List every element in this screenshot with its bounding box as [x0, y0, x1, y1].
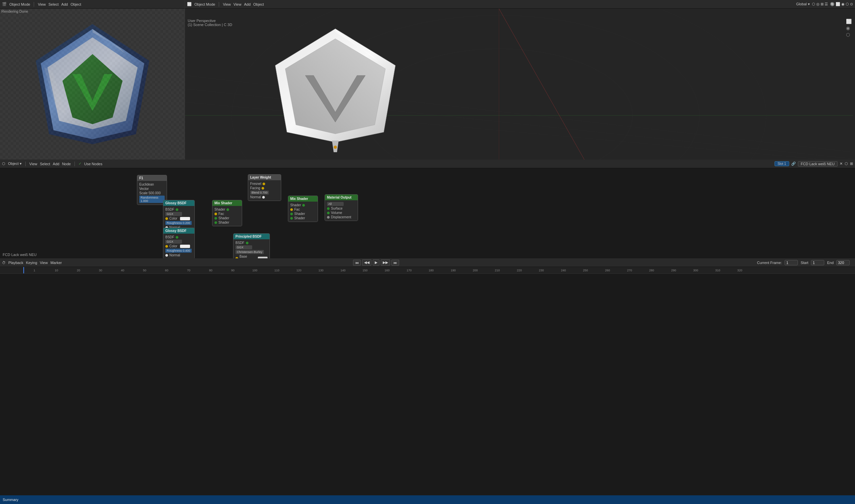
material-icon2[interactable]: ⊞ — [850, 162, 853, 166]
transport-next-frame[interactable]: ▶▶ — [381, 259, 390, 266]
render-select[interactable]: Select — [49, 2, 59, 6]
viewport-3d-object — [252, 22, 419, 156]
viewport-shield-svg — [252, 22, 419, 156]
shader-object-dropdown[interactable]: Object ▾ — [8, 162, 22, 166]
ms2-shader-out-socket — [302, 204, 305, 206]
overlay-icon-2[interactable]: ◉ — [846, 25, 852, 31]
ruler-mark-200: 200 — [464, 269, 486, 272]
shader-node[interactable]: Node — [62, 162, 71, 166]
timeline-playhead[interactable] — [23, 267, 24, 273]
render-view[interactable]: View — [38, 2, 46, 6]
transport-jump-end[interactable]: ⏭ — [391, 260, 399, 266]
node-texture-coord[interactable]: F1 Euclidean Vector Scale 500.000 Random… — [137, 175, 167, 205]
g2-bsdf: BSDF — [165, 235, 174, 239]
ruler-mark-300: 300 — [685, 269, 707, 272]
end-frame-input[interactable]: 320 — [836, 260, 850, 265]
viewport-object[interactable]: Object — [253, 2, 264, 6]
g1-ggx[interactable]: GGX — [165, 212, 182, 216]
node-mix-shader-1-body: Shader Fac Shader Shader — [212, 206, 242, 226]
render-object-mode[interactable]: Object Mode — [10, 2, 30, 6]
material-name[interactable]: FCD Lack weiß NEU — [798, 161, 838, 166]
timeline-playback[interactable]: Playback — [8, 261, 23, 265]
ms1-shader2: Shader — [219, 221, 229, 224]
node-material-output[interactable]: Material Output All Surface Volume Displ… — [325, 194, 358, 221]
shader-select[interactable]: Select — [40, 162, 50, 166]
g1-bsdf-socket — [176, 208, 178, 211]
render-topbar: 🎬 Object Mode View Select Add Object — [0, 0, 185, 9]
slot-link-icon: 🔗 — [791, 162, 796, 166]
ruler-mark-60: 60 — [156, 269, 178, 272]
viewport-global-mode[interactable]: Global ▾ — [796, 2, 810, 6]
viewport-view[interactable]: View — [223, 2, 231, 6]
tc-randomness[interactable]: Randomness 1.000 — [139, 196, 165, 203]
summary-bar: Summary — [0, 495, 855, 504]
node-mix-shader-1[interactable]: Mix Shader Shader Fac Shader Shader — [212, 200, 242, 226]
transport-jump-start[interactable]: ⏮ — [353, 260, 361, 266]
ms1-shader-out: Shader — [214, 208, 225, 211]
render-object[interactable]: Object — [70, 2, 81, 6]
node-texture-coord-body: Euclidean Vector Scale 500.000 Randomnes… — [137, 181, 167, 204]
mo-surface-socket — [327, 207, 330, 210]
g1-roughness[interactable]: Roughness 0.200 — [165, 221, 192, 225]
viewport-display-icons: 🔘 ⬜ ◉ ⬡ ⊙ — [830, 2, 853, 6]
slot-dropdown[interactable]: Slot 1 — [774, 161, 789, 166]
ruler-mark-120: 120 — [288, 269, 310, 272]
ruler-mark-110: 110 — [266, 269, 288, 272]
node-principled-bsdf[interactable]: Principled BSDF BSDF GGX Christensen-Bur… — [233, 233, 270, 258]
overlay-icon-1[interactable]: ⬜ — [846, 19, 852, 24]
shader-view[interactable]: View — [29, 162, 37, 166]
node-glossy-2[interactable]: Glossy BSDF BSDF GGX Color Roughness 0.4… — [163, 228, 195, 258]
lw-blend[interactable]: Blend 0.700 — [250, 191, 269, 195]
material-icon1[interactable]: ⬡ — [845, 162, 848, 166]
viewport-select[interactable]: View — [233, 2, 242, 6]
top-section: 🎬 Object Mode View Select Add Object — [0, 0, 855, 160]
lw-facing: Facing — [250, 186, 260, 190]
use-nodes-check[interactable]: ✓ — [78, 162, 82, 166]
timeline-marker[interactable]: Marker — [50, 261, 62, 265]
mo-volume-socket — [327, 212, 330, 214]
tc-euclidean: Euclidean — [139, 183, 154, 186]
transport-prev-frame[interactable]: ◀◀ — [362, 259, 371, 266]
start-frame-input[interactable]: 1 — [811, 260, 824, 265]
ruler-mark-220: 220 — [508, 269, 530, 272]
node-glossy-2-header: Glossy BSDF — [163, 228, 194, 234]
viewport-icons: ⬡ ◎ ⊞ ☰ — [812, 2, 828, 6]
pb-ggx[interactable]: GGX — [235, 245, 252, 249]
shader-canvas[interactable]: F1 Euclidean Vector Scale 500.000 Random… — [0, 168, 855, 258]
overlay-icon-3[interactable]: ⬡ — [846, 32, 852, 37]
viewport-perspective: User Perspective — [188, 19, 232, 23]
end-label: End — [827, 261, 834, 265]
node-mix-shader-2[interactable]: Mix Shader Shader Fac Shader Shader — [288, 196, 318, 222]
timeline-topbar: ⏱ Playback Keying View Marker ⏮ ◀◀ ▶ ▶▶ … — [0, 258, 855, 267]
transport-play[interactable]: ▶ — [373, 259, 379, 266]
g2-roughness[interactable]: Roughness 0.400 — [165, 249, 192, 253]
timeline-keying[interactable]: Keying — [26, 261, 37, 265]
material-close[interactable]: ✕ — [840, 162, 843, 166]
node-principled-header: Principled BSDF — [233, 234, 269, 239]
timeline-tracks[interactable] — [0, 274, 855, 495]
ruler-mark-240: 240 — [553, 269, 574, 272]
node-layer-weight[interactable]: Layer Weight Fresnel Facing Blend 0.700 … — [248, 174, 281, 201]
g2-ggx[interactable]: GGX — [165, 240, 182, 244]
ruler-mark-250: 250 — [574, 269, 596, 272]
node-glossy-1-header: Glossy BSDF — [163, 200, 194, 206]
mo-all[interactable]: All — [327, 202, 344, 206]
render-add[interactable]: Add — [62, 2, 68, 6]
timeline-section: ⏱ Playback Keying View Marker ⏮ ◀◀ ▶ ▶▶ … — [0, 258, 855, 504]
node-glossy-1[interactable]: Glossy BSDF BSDF GGX Color Roughness 0.2… — [163, 200, 195, 231]
g2-color-socket — [165, 245, 168, 248]
node-mix-shader-1-header: Mix Shader — [212, 200, 242, 206]
g2-normal: Normal — [169, 253, 180, 257]
viewport-object-mode[interactable]: Object Mode — [194, 2, 215, 6]
current-frame-input[interactable] — [785, 260, 798, 265]
shader-add[interactable]: Add — [53, 162, 59, 166]
ms1-shader1-socket — [214, 217, 217, 220]
lw-fresnel: Fresnel — [250, 182, 261, 185]
viewport-add[interactable]: Add — [244, 2, 251, 6]
timeline-view[interactable]: View — [40, 261, 48, 265]
separator-v1 — [219, 2, 219, 7]
use-nodes-label[interactable]: Use Nodes — [84, 162, 102, 166]
pb-cb[interactable]: Christensen-Burley — [235, 250, 264, 254]
render-status: Rendering Done — [1, 10, 28, 13]
viewport-canvas[interactable]: User Perspective (1) Scene Collection | … — [185, 9, 855, 160]
